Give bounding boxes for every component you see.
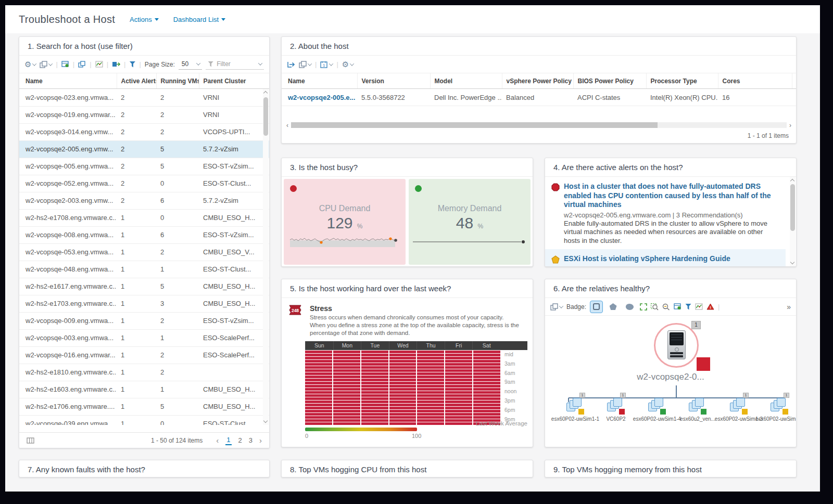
heatmap-cell[interactable] <box>389 410 416 412</box>
heatmap-cell[interactable] <box>417 397 444 400</box>
zoom-out-button[interactable] <box>662 303 670 311</box>
table-row[interactable]: w2-vcopsqe-003.eng.vmwa...11ESO-ScalePer… <box>19 329 269 346</box>
heatmap-cell[interactable] <box>361 404 388 406</box>
settings-gear-button[interactable]: ⚙ <box>24 60 36 68</box>
heatmap-cell[interactable] <box>389 400 416 403</box>
heatmap-cell[interactable] <box>333 416 360 419</box>
table-row[interactable]: w2-vcopsqe-005.eng.vmwa...25ESO-ST-vZsim… <box>19 158 269 175</box>
table-row[interactable]: w2-vcopsqe2-005.e... 5.5.0-3568722 Dell … <box>282 89 796 106</box>
heatmap-cell[interactable] <box>445 385 472 387</box>
heatmap-cell[interactable] <box>361 354 388 356</box>
heatmap-cell[interactable] <box>305 385 332 387</box>
scrollbar-thumb[interactable] <box>291 122 658 128</box>
badge-efficiency-button[interactable] <box>623 301 636 313</box>
col-name[interactable]: Name <box>282 73 357 89</box>
badge-health-button[interactable] <box>590 301 603 313</box>
heatmap-cell[interactable] <box>417 400 444 403</box>
heatmap-cell[interactable] <box>445 394 472 397</box>
table-row[interactable]: w2-vcopsqe2-003.eng.vmw...265.7.2-vZsim <box>19 192 269 209</box>
heatmap-cell[interactable] <box>445 410 472 412</box>
heatmap-cell[interactable] <box>473 416 500 419</box>
heatmap-cell[interactable] <box>333 357 360 359</box>
root-node-label[interactable]: w2-vcopsqe2-0... <box>545 372 796 382</box>
heatmap-cell[interactable] <box>305 376 332 378</box>
export-interaction-button[interactable] <box>112 61 120 68</box>
col-name[interactable]: Name <box>19 73 117 89</box>
heatmap-cell[interactable] <box>445 391 472 394</box>
heatmap-cell[interactable] <box>361 400 388 403</box>
heatmap-cell[interactable] <box>473 404 500 406</box>
heatmap-cell[interactable] <box>389 372 416 375</box>
copy-button[interactable] <box>78 61 86 68</box>
toggle-toolbar-button[interactable] <box>61 61 69 68</box>
heatmap-cell[interactable] <box>417 376 444 378</box>
heatmap-cell[interactable] <box>389 394 416 397</box>
heatmap-cell[interactable] <box>417 422 444 425</box>
scroll-up-icon[interactable] <box>263 91 268 95</box>
export-button[interactable] <box>287 61 295 68</box>
heatmap-cell[interactable] <box>473 400 500 403</box>
heatmap-cell[interactable] <box>445 351 472 353</box>
alert-item[interactable]: ESXi Host is violating vSphere Hardening… <box>545 249 786 267</box>
heatmap-cell[interactable] <box>361 388 388 391</box>
heatmap-cell[interactable] <box>361 422 388 425</box>
heatmap-cell[interactable] <box>473 385 500 387</box>
heatmap-cell[interactable] <box>389 416 416 419</box>
heatmap-cell[interactable] <box>417 354 444 356</box>
more-tools-button[interactable]: » <box>787 303 791 311</box>
heatmap-cell[interactable] <box>305 394 332 397</box>
heatmap-cell[interactable] <box>445 366 472 369</box>
heatmap-cell[interactable] <box>305 400 332 403</box>
heatmap-cell[interactable] <box>333 382 360 384</box>
heatmap-cell[interactable] <box>333 400 360 403</box>
heatmap-cell[interactable] <box>417 416 444 419</box>
heatmap-cell[interactable] <box>445 400 472 403</box>
col-bios-policy[interactable]: BIOS Power Policy <box>573 73 646 89</box>
prev-page-button[interactable]: ‹ <box>216 436 219 445</box>
heatmap-cell[interactable] <box>445 369 472 372</box>
heatmap-cell[interactable] <box>305 397 332 400</box>
horizontal-scrollbar[interactable]: ‹ › <box>284 122 794 128</box>
heatmap-cell[interactable] <box>333 376 360 378</box>
toggle-toolbar-button[interactable] <box>674 303 681 310</box>
heatmap-cell[interactable] <box>305 363 332 366</box>
heatmap-cell[interactable] <box>445 379 472 381</box>
heatmap-cell[interactable] <box>417 419 444 422</box>
heatmap-cell[interactable] <box>445 360 472 363</box>
table-row[interactable]: w2-vcopsqe-009.eng.vmwa...12ESO-ST-vZsim… <box>19 312 269 329</box>
filter-button[interactable] <box>129 61 135 68</box>
heatmap-cell[interactable] <box>305 382 332 384</box>
heatmap-cell[interactable] <box>333 388 360 391</box>
heatmap-cell[interactable] <box>417 382 444 384</box>
table-row[interactable]: w2-vcopsqe-008.eng.vmwa...16ESO-ST-vZsim… <box>19 226 269 243</box>
heatmap-cell[interactable] <box>361 391 388 394</box>
table-row[interactable]: w2-vcopsqe-052.eng.vmwa...20ESO-ST-Clust… <box>19 175 269 192</box>
heatmap-cell[interactable] <box>389 388 416 391</box>
heatmap-cell[interactable] <box>473 407 500 409</box>
col-power-policy[interactable]: vSphere Power Policy <box>502 73 573 89</box>
heatmap-cell[interactable] <box>445 413 472 416</box>
heatmap-cell[interactable] <box>361 407 388 409</box>
heatmap-cell[interactable] <box>305 419 332 422</box>
heatmap-cell[interactable] <box>389 404 416 406</box>
heatmap-cell[interactable] <box>417 404 444 406</box>
heatmap-cell[interactable] <box>333 413 360 416</box>
heatmap-cell[interactable] <box>389 363 416 366</box>
heatmap-cell[interactable] <box>445 407 472 409</box>
heatmap-cell[interactable] <box>445 419 472 422</box>
heatmap-cell[interactable] <box>361 419 388 422</box>
heatmap-cell[interactable] <box>333 385 360 387</box>
heatmap-cell[interactable] <box>305 422 332 425</box>
heatmap-cell[interactable] <box>445 416 472 419</box>
heatmap-cell[interactable] <box>445 376 472 378</box>
col-model[interactable]: Model <box>430 73 502 89</box>
heatmap-cell[interactable] <box>305 354 332 356</box>
vertical-scrollbar[interactable] <box>263 89 269 425</box>
heatmap-cell[interactable] <box>417 363 444 366</box>
scrollbar-thumb[interactable] <box>263 97 268 136</box>
heatmap-cell[interactable] <box>361 366 388 369</box>
col-active-alerts[interactable]: Active Alerts <box>117 73 156 89</box>
table-row[interactable]: w2-hs2-e1706.eng.vmware....15CMBU_ESO_H.… <box>19 398 269 415</box>
heatmap-cell[interactable] <box>473 382 500 384</box>
heatmap-cell[interactable] <box>389 413 416 416</box>
